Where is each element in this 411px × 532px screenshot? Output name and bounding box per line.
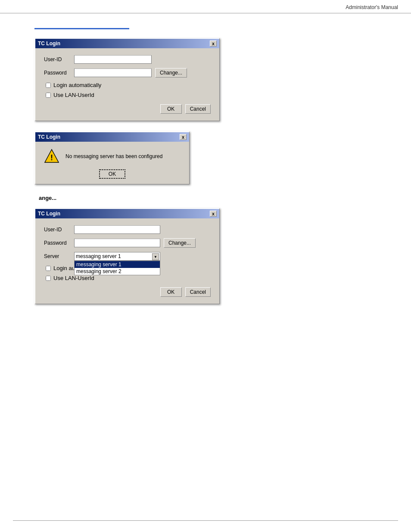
server-selected-value: messaging server 1	[76, 253, 121, 259]
svg-text:!: !	[50, 153, 53, 162]
dropdown-arrow-icon: ▼	[152, 253, 159, 260]
userid-row-3: User-ID	[44, 225, 211, 234]
login-auto-checkbox-3[interactable]	[46, 266, 51, 271]
dialog-title-2: TC Login	[38, 134, 60, 140]
password-label-3: Password	[44, 240, 74, 246]
server-select-box[interactable]: messaging server 1 ▼	[74, 252, 160, 261]
password-row-3: Password Change...	[44, 238, 211, 248]
cancel-button-3[interactable]: Cancel	[185, 287, 211, 297]
userid-input-3[interactable]	[74, 225, 160, 234]
dialog-buttons-3: OK Cancel	[44, 287, 211, 299]
warning-icon: !	[44, 149, 59, 164]
use-lan-label: Use LAN-UserId	[53, 92, 94, 98]
dialog-title-bar-1: TC Login x	[35, 39, 219, 48]
server-row: Server messaging server 1 ▼ messaging se…	[44, 252, 211, 261]
use-lan-label-3: Use LAN-UserId	[53, 275, 94, 281]
password-input[interactable]	[74, 68, 152, 77]
close-button-3[interactable]: x	[210, 211, 217, 217]
password-row: Password Change...	[44, 68, 211, 78]
dialog-body-3: User-ID Password Change... Server messag…	[35, 218, 219, 304]
ok-button-2[interactable]: OK	[99, 169, 125, 179]
close-button-2[interactable]: x	[180, 134, 187, 140]
userid-label-3: User-ID	[44, 227, 74, 233]
page-header: Administrator's Manual	[0, 0, 411, 13]
dialog-title-1: TC Login	[38, 40, 60, 47]
use-lan-checkbox[interactable]	[46, 93, 51, 98]
server-label: Server	[44, 253, 74, 259]
login-auto-label: Login automatically	[53, 82, 101, 88]
section-heading-line	[34, 28, 129, 29]
close-button-1[interactable]: x	[210, 40, 217, 47]
change-button-3[interactable]: Change...	[164, 238, 196, 248]
userid-input[interactable]	[74, 55, 152, 64]
password-label: Password	[44, 70, 74, 76]
userid-row: User-ID	[44, 55, 211, 64]
dropdown-item-2[interactable]: messaging server 2	[75, 268, 160, 275]
dialog-tc-login-3: TC Login x User-ID Password Change... Se…	[34, 208, 220, 304]
warning-body: ! No messaging server has been configure…	[35, 142, 189, 169]
userid-label: User-ID	[44, 56, 74, 62]
section-heading	[34, 28, 377, 29]
login-auto-checkbox[interactable]	[46, 83, 51, 88]
dialog-tc-login-2: TC Login x ! No messaging server has bee…	[34, 131, 190, 184]
dialog-tc-login-1: TC Login x User-ID Password Change... Lo…	[34, 38, 220, 121]
warning-ok-row: OK	[35, 169, 189, 184]
password-input-3[interactable]	[74, 239, 160, 247]
server-dropdown-list: messaging server 1 messaging server 2	[74, 261, 160, 275]
note-text: ange...	[34, 195, 377, 201]
dialog-body-1: User-ID Password Change... Login automat…	[35, 48, 219, 121]
dialog-buttons-1: OK Cancel	[44, 104, 211, 115]
ok-button-1[interactable]: OK	[160, 104, 182, 114]
change-button-1[interactable]: Change...	[155, 68, 187, 78]
use-lan-row-3: Use LAN-UserId	[44, 275, 211, 281]
page-footer	[13, 520, 398, 523]
login-auto-row: Login automatically	[44, 82, 211, 88]
ok-button-3[interactable]: OK	[160, 287, 182, 297]
cancel-button-1[interactable]: Cancel	[185, 104, 211, 114]
dialog-title-bar-3: TC Login x	[35, 209, 219, 218]
login-auto-label-3: Login au	[53, 265, 75, 271]
header-title: Administrator's Manual	[346, 4, 398, 10]
server-select-container[interactable]: messaging server 1 ▼ messaging server 1 …	[74, 252, 160, 261]
warning-message: No messaging server has been configured	[65, 153, 162, 159]
use-lan-row: Use LAN-UserId	[44, 92, 211, 98]
page-content: TC Login x User-ID Password Change... Lo…	[0, 13, 411, 327]
dropdown-item-1[interactable]: messaging server 1	[75, 261, 160, 268]
dialog-title-3: TC Login	[38, 211, 60, 217]
use-lan-checkbox-3[interactable]	[46, 276, 51, 281]
dialog-title-bar-2: TC Login x	[35, 132, 189, 142]
